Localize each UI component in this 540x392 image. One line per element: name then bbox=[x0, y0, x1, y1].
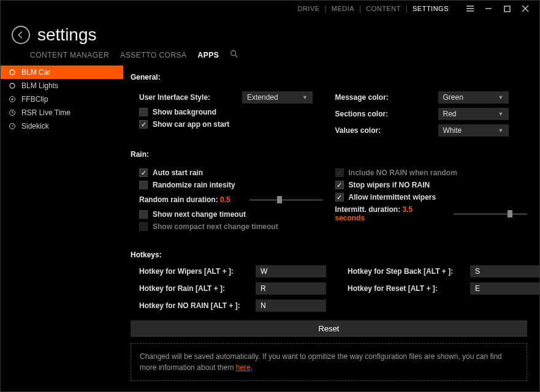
stop-wipers-label: Stop wipers if NO RAIN bbox=[349, 181, 430, 189]
section-rain: Rain: bbox=[131, 150, 527, 159]
section-general: General: bbox=[131, 73, 527, 81]
message-color-label: Message color: bbox=[335, 93, 433, 102]
dropdown-value: Green bbox=[443, 93, 463, 102]
show-next-timeout-checkbox[interactable] bbox=[139, 210, 148, 219]
hotkey-wipers-input[interactable]: W bbox=[256, 265, 326, 277]
circle-icon bbox=[8, 81, 17, 90]
page-title: settings bbox=[37, 25, 97, 45]
info-text: Changed will be saved automatically. If … bbox=[140, 352, 502, 372]
dropdown-value: Red bbox=[443, 110, 457, 118]
dropdown-value: White bbox=[443, 126, 462, 135]
show-compact-timeout-label: Show compact next change timeout bbox=[153, 222, 278, 231]
stop-wipers-checkbox[interactable] bbox=[335, 181, 344, 189]
hotkey-stepback-label: Hotkey for Step Back [ALT + ]: bbox=[348, 267, 470, 276]
sidebar-item-rsr[interactable]: RSR Live Time bbox=[1, 106, 123, 119]
tab-apps[interactable]: APPS bbox=[198, 51, 219, 59]
sidebar-item-ffbclip[interactable]: FFBClip bbox=[1, 92, 123, 106]
maximize-button[interactable] bbox=[498, 1, 516, 17]
ui-style-dropdown[interactable]: Extended ▼ bbox=[242, 91, 313, 104]
hotkey-stepback-input[interactable]: S bbox=[470, 265, 539, 277]
hotkey-norain-label: Hotkey for NO RAIN [ALT + ]: bbox=[139, 301, 256, 310]
sidebar-item-label: RSR Live Time bbox=[21, 108, 70, 117]
section-hotkeys: Hotkeys: bbox=[131, 251, 527, 259]
tab-assetto-corsa[interactable]: ASSETTO CORSA bbox=[120, 51, 186, 59]
hamburger-icon[interactable] bbox=[461, 1, 479, 17]
back-button[interactable] bbox=[12, 26, 30, 44]
nav-content[interactable]: CONTENT bbox=[361, 5, 406, 12]
allow-intermittent-label: Allow intermittent wipers bbox=[349, 193, 436, 202]
intermitt-duration-slider[interactable] bbox=[454, 208, 527, 219]
randomize-intensity-checkbox[interactable] bbox=[139, 181, 148, 189]
sidebar: BLM Car BLM Lights FFBClip RSR Live Time… bbox=[1, 64, 123, 391]
hotkey-reset-input[interactable]: E bbox=[470, 282, 539, 295]
values-color-dropdown[interactable]: White ▼ bbox=[438, 124, 509, 137]
info-link[interactable]: here bbox=[236, 363, 251, 372]
auto-start-rain-checkbox[interactable] bbox=[139, 168, 148, 177]
nav-drive[interactable]: DRIVE bbox=[292, 5, 324, 12]
minimize-button[interactable] bbox=[479, 1, 498, 17]
include-no-rain-checkbox[interactable] bbox=[335, 168, 344, 177]
info-box: Changed will be saved automatically. If … bbox=[131, 343, 527, 381]
sidebar-item-sidekick[interactable]: Sidekick bbox=[1, 119, 123, 133]
search-icon[interactable] bbox=[230, 50, 238, 60]
allow-intermittent-checkbox[interactable] bbox=[335, 193, 344, 202]
chevron-down-icon: ▼ bbox=[498, 127, 504, 134]
ui-style-label: User Interface Style: bbox=[139, 93, 237, 102]
hotkey-wipers-label: Hotkey for Wipers [ALT + ]: bbox=[139, 267, 256, 276]
message-color-dropdown[interactable]: Green ▼ bbox=[438, 91, 509, 104]
reset-button[interactable]: Reset bbox=[131, 320, 527, 337]
random-duration-value: 0.5 bbox=[220, 195, 230, 204]
svg-point-3 bbox=[10, 83, 15, 88]
hotkey-rain-input[interactable]: R bbox=[256, 282, 326, 295]
show-background-label: Show background bbox=[153, 108, 216, 116]
random-duration-slider[interactable] bbox=[249, 194, 323, 205]
chevron-down-icon: ▼ bbox=[302, 94, 308, 100]
auto-start-rain-label: Auto start rain bbox=[153, 168, 203, 177]
nav-settings[interactable]: SETTINGS bbox=[408, 5, 454, 12]
sections-color-dropdown[interactable]: Red ▼ bbox=[438, 108, 509, 120]
show-car-label: Show car app on start bbox=[153, 120, 229, 129]
svg-point-2 bbox=[10, 70, 15, 75]
dropdown-value: Extended bbox=[247, 93, 278, 102]
include-no-rain-label: Include NO RAIN when random bbox=[349, 168, 457, 177]
sidebar-item-label: BLM Lights bbox=[21, 81, 58, 90]
svg-rect-0 bbox=[504, 6, 510, 12]
sections-color-label: Sections color: bbox=[335, 110, 433, 118]
sidebar-item-label: Sidekick bbox=[21, 122, 49, 130]
intermitt-duration-label: Intermitt. duration: 3.5 seconds bbox=[335, 205, 444, 222]
sidebar-item-blm-lights[interactable]: BLM Lights bbox=[1, 79, 123, 92]
sidebar-item-blm-car[interactable]: BLM Car bbox=[1, 66, 123, 79]
sidebar-item-label: BLM Car bbox=[21, 68, 50, 77]
hotkey-rain-label: Hotkey for Rain [ALT + ]: bbox=[139, 284, 256, 293]
hotkey-reset-label: Hotkey for Reset [ALT + ]: bbox=[348, 284, 470, 293]
svg-point-5 bbox=[12, 99, 13, 100]
chevron-down-icon: ▼ bbox=[498, 111, 504, 117]
nav-media[interactable]: MEDIA bbox=[327, 5, 359, 12]
show-background-checkbox[interactable] bbox=[139, 108, 148, 116]
circle-icon bbox=[8, 68, 17, 77]
gear-icon bbox=[8, 95, 17, 104]
clock-icon bbox=[8, 108, 17, 117]
hotkey-norain-input[interactable]: N bbox=[256, 300, 326, 312]
chevron-down-icon: ▼ bbox=[498, 94, 504, 100]
values-color-label: Values color: bbox=[335, 126, 433, 135]
random-duration-label: Random rain duration: 0.5 bbox=[139, 195, 230, 204]
show-compact-timeout-checkbox[interactable] bbox=[139, 222, 148, 231]
gauge-icon bbox=[8, 122, 17, 130]
show-next-timeout-label: Show next change timeout bbox=[153, 210, 246, 219]
close-button[interactable] bbox=[516, 1, 534, 17]
tab-content-manager[interactable]: CONTENT MANAGER bbox=[30, 51, 109, 59]
randomize-intensity-label: Randomize rain intesity bbox=[153, 181, 235, 189]
svg-point-1 bbox=[231, 51, 236, 56]
show-car-checkbox[interactable] bbox=[139, 120, 148, 129]
sidebar-item-label: FFBClip bbox=[21, 95, 48, 104]
